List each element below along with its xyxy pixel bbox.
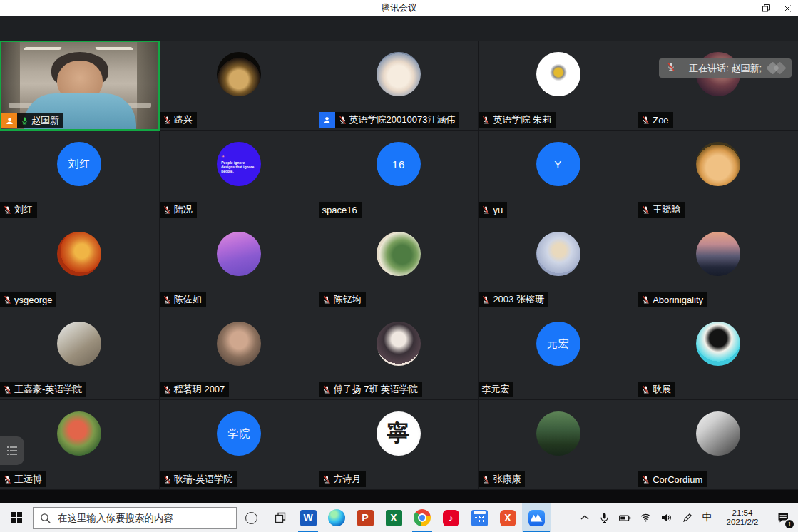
participant-tile[interactable]: 英语学院 朱莉: [479, 41, 638, 131]
restore-button[interactable]: [755, 0, 777, 16]
participant-tile[interactable]: 程茗玥 2007: [160, 310, 319, 400]
participant-name: 陆况: [174, 203, 193, 216]
participant-tile[interactable]: 陈钇均: [319, 220, 479, 310]
taskbar-app-chrome[interactable]: [408, 503, 436, 532]
xmind-icon: X: [500, 510, 516, 526]
speaking-banner-text: 正在讲话: 赵国新;: [689, 62, 762, 75]
mic-muted-icon: [481, 205, 491, 215]
participant-avatar: [57, 322, 101, 366]
participant-label-row: 王晓晗: [638, 202, 685, 218]
participant-name-label: ysgeorge: [0, 292, 56, 307]
participant-name-label: 李元宏: [479, 382, 513, 397]
avatar-text: 元宏: [547, 337, 570, 351]
tray-pen-icon[interactable]: [677, 503, 697, 532]
participant-name: yu: [493, 205, 503, 215]
taskbar-app-edge[interactable]: [322, 503, 351, 532]
participant-name-label: 陆况: [160, 202, 197, 218]
participant-avatar: 16: [377, 142, 421, 186]
speaking-banner: 正在讲话: 赵国新;: [659, 58, 792, 78]
participant-avatar: [536, 411, 580, 456]
mic-muted-icon: [641, 295, 650, 305]
participant-tile[interactable]: Aborinigality: [638, 220, 798, 310]
participant-name-label: 路兴: [160, 112, 197, 128]
taskbar-app-tencent-meeting[interactable]: [522, 503, 551, 532]
participant-name-label: 陈钇均: [319, 292, 366, 307]
mic-muted-icon: [641, 205, 650, 215]
avatar-text: 16: [392, 158, 406, 170]
participant-tile[interactable]: 16space16: [319, 131, 479, 220]
participant-name-label: 傅子扬 7班 英语学院: [319, 382, 422, 397]
participant-tile[interactable]: 2003 张榕珊: [479, 220, 638, 310]
search-input[interactable]: [34, 507, 236, 529]
participant-tile[interactable]: 傅子扬 7班 英语学院: [319, 310, 479, 400]
participant-label-row: Aborinigality: [638, 292, 707, 307]
taskbar-app-calendar[interactable]: [465, 503, 493, 532]
participant-tile[interactable]: 耿展: [638, 310, 798, 400]
taskbar-app-xmind[interactable]: X: [493, 503, 522, 532]
participant-tile[interactable]: 英语学院20010073江涵伟: [319, 41, 479, 131]
participant-tile[interactable]: Yyu: [479, 131, 638, 220]
taskbar-clock[interactable]: 21:54 2021/2/2: [717, 503, 768, 532]
participant-tile[interactable]: 路兴: [160, 41, 319, 131]
participant-avatar: [696, 411, 740, 456]
participant-tile[interactable]: 元宏李元宏: [479, 310, 638, 400]
participant-tile[interactable]: 赵国新: [0, 41, 160, 131]
member-list-icon: [6, 446, 18, 456]
participant-avatar: [696, 142, 740, 186]
tray-volume-icon[interactable]: [656, 503, 677, 532]
participant-tile[interactable]: ysgeorge: [0, 220, 160, 310]
participant-tile[interactable]: 学院耿瑞-英语学院: [160, 400, 319, 490]
participant-tile[interactable]: 王晓晗: [638, 131, 798, 220]
participant-label-row: 王嘉豪-英语学院: [0, 382, 86, 397]
participant-tile[interactable]: 陈佐如: [160, 220, 319, 310]
participant-tile[interactable]: CorCordium: [638, 400, 798, 490]
participant-name-label: space16: [319, 202, 362, 218]
participant-avatar: [217, 232, 261, 276]
taskbar-search[interactable]: [33, 507, 237, 529]
tray-battery-icon[interactable]: [615, 503, 635, 532]
start-button[interactable]: [0, 503, 33, 532]
participant-name: 赵国新: [31, 114, 59, 127]
taskbar-app-word[interactable]: W: [294, 503, 322, 532]
participant-name-label: 王晓晗: [638, 202, 685, 218]
participant-name: 王嘉豪-英语学院: [14, 383, 82, 396]
participant-label-row: 英语学院20010073江涵伟: [319, 112, 460, 128]
participant-label-row: 英语学院 朱莉: [479, 112, 556, 128]
tray-chevron-up-icon[interactable]: [576, 503, 594, 532]
tray-wifi-icon[interactable]: [635, 503, 656, 532]
participant-name-label: 王远博: [0, 471, 46, 487]
ime-indicator[interactable]: 中: [697, 503, 717, 532]
participant-name-label: 王嘉豪-英语学院: [0, 382, 86, 397]
mic-muted-icon: [163, 475, 172, 484]
participant-name: 张康康: [493, 473, 521, 486]
minimize-button[interactable]: [734, 0, 755, 16]
participant-label-row: ysgeorge: [0, 292, 56, 307]
participant-label-row: 耿瑞-英语学院: [160, 471, 237, 487]
avatar-text: 学院: [227, 427, 250, 441]
mic-muted-icon: [481, 475, 491, 484]
taskbar-app-excel[interactable]: X: [379, 503, 408, 532]
cortana-button[interactable]: [237, 503, 265, 532]
participant-name: 英语学院20010073江涵伟: [349, 113, 456, 126]
participant-avatar: [377, 322, 421, 366]
mic-muted-icon: [163, 116, 172, 125]
participant-label-row: 路兴: [160, 112, 197, 128]
participant-name-label: 方诗月: [319, 471, 366, 487]
participant-tile[interactable]: 王嘉豪-英语学院: [0, 310, 160, 400]
participant-name-label: 张康康: [479, 471, 525, 487]
participant-tile[interactable]: 刘红刘红: [0, 131, 160, 220]
minimize-icon: [741, 5, 748, 12]
taskbar-apps: WPX♪X: [294, 503, 551, 532]
notification-button[interactable]: 1: [768, 503, 798, 532]
participant-avatar: Y: [536, 142, 580, 186]
task-view-button[interactable]: [265, 503, 294, 532]
member-list-tab[interactable]: [0, 436, 24, 465]
tray-microphone-icon[interactable]: [594, 503, 615, 532]
participant-tile[interactable]: “People ignore designs that ignore peopl…: [160, 131, 319, 220]
participant-tile[interactable]: Zoe: [638, 41, 798, 131]
participant-tile[interactable]: 寧方诗月: [319, 400, 479, 490]
participant-tile[interactable]: 张康康: [479, 400, 638, 490]
close-button[interactable]: [777, 0, 798, 16]
taskbar-app-powerpoint[interactable]: P: [351, 503, 379, 532]
taskbar-app-netease-music[interactable]: ♪: [436, 503, 465, 532]
